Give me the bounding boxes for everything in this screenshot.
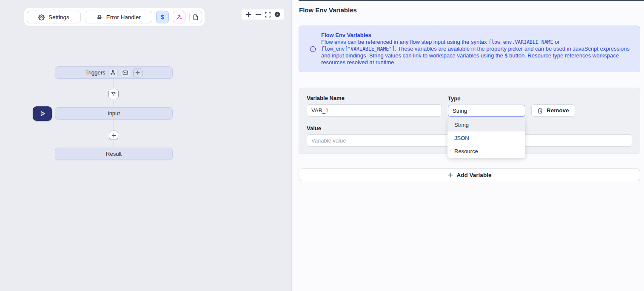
code-flow-env-dot: flow_env.VARIABLE_NAME (488, 39, 553, 45)
magic-wand-icon (176, 14, 182, 20)
zoom-controls (242, 9, 284, 20)
preprocessor-filter-button[interactable] (108, 89, 119, 99)
node-input[interactable]: Input (55, 107, 173, 120)
email-trigger-button[interactable] (121, 68, 130, 77)
type-option-string[interactable]: String (447, 118, 525, 131)
ai-assistant-button[interactable] (173, 11, 185, 23)
flow-editor: Settings Error Handler $ (0, 0, 644, 291)
variable-name-input[interactable] (307, 104, 442, 117)
dark-circle-icon (274, 11, 280, 17)
zoom-out-button[interactable] (254, 11, 262, 18)
plus-icon (135, 70, 140, 75)
dollar-icon: $ (161, 14, 164, 20)
plus-icon (447, 172, 453, 178)
remove-variable-button[interactable]: Remove (531, 104, 575, 117)
node-result[interactable]: Result (55, 148, 173, 160)
page-title: Flow Env Variables (299, 6, 640, 14)
remove-label: Remove (547, 107, 569, 114)
trash-icon (537, 108, 543, 114)
type-option-resource[interactable]: Resource (447, 145, 525, 158)
node-triggers[interactable]: Triggers (55, 66, 173, 79)
result-node-label: Result (106, 151, 122, 157)
add-variable-label: Add Variable (457, 172, 492, 178)
webhook-icon (110, 70, 116, 75)
type-label: Type (448, 95, 525, 102)
flow-canvas[interactable]: Settings Error Handler $ (0, 0, 292, 291)
gear-icon (38, 14, 45, 20)
settings-label: Settings (48, 14, 69, 20)
error-handler-label: Error Handler (106, 14, 141, 20)
bug-icon (96, 14, 103, 20)
add-step-button[interactable] (109, 131, 118, 140)
notes-button[interactable] (189, 11, 202, 23)
type-option-json[interactable]: JSON (447, 131, 525, 145)
webhook-trigger-button[interactable] (108, 68, 118, 77)
variable-card: Variable Name Type String Remove (299, 88, 640, 154)
info-banner-text: Flow Env Variables Flow envs can be refe… (321, 32, 631, 66)
filter-icon (111, 91, 117, 97)
fit-view-button[interactable] (264, 11, 271, 18)
type-select[interactable]: String (448, 105, 525, 117)
minus-icon (255, 11, 261, 17)
add-trigger-button[interactable] (133, 68, 142, 77)
flow-toolbar: Settings Error Handler $ (24, 8, 205, 26)
document-icon (193, 14, 199, 20)
zoom-in-button[interactable] (245, 11, 252, 18)
triggers-node-label: Triggers (85, 69, 105, 76)
flow-env-variables-panel: Flow Env Variables Flow Env Variables Fl… (292, 0, 644, 291)
info-banner: Flow Env Variables Flow envs can be refe… (299, 26, 640, 72)
info-icon (310, 46, 316, 52)
info-banner-body: Flow envs can be referenced in any flow … (321, 39, 631, 66)
mail-icon (123, 70, 128, 75)
env-variables-button[interactable]: $ (156, 11, 169, 23)
plus-icon (245, 11, 251, 17)
minimap-toggle-button[interactable] (274, 11, 281, 18)
run-flow-button[interactable] (33, 106, 52, 121)
play-icon (39, 110, 46, 117)
variable-name-label: Variable Name (307, 95, 442, 101)
error-handler-button[interactable]: Error Handler (85, 11, 152, 23)
add-variable-button[interactable]: Add Variable (299, 168, 640, 181)
settings-button[interactable]: Settings (27, 11, 81, 23)
type-dropdown-menu: String JSON Resource (447, 118, 525, 158)
code-flow-env-bracket: flow_env["VARIABLE_NAME"] (321, 46, 395, 52)
fullscreen-icon (265, 12, 271, 17)
active-tab-indicator (299, 0, 644, 1)
input-node-label: Input (108, 110, 120, 117)
plus-icon (111, 133, 116, 138)
type-select-value: String (453, 108, 467, 114)
info-banner-title: Flow Env Variables (321, 32, 631, 39)
